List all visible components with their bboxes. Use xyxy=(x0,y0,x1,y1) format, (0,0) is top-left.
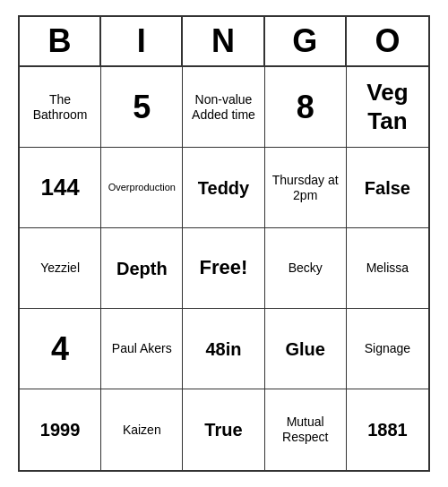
bingo-cell-14: Melissa xyxy=(347,228,428,309)
header-letter-n: N xyxy=(183,17,264,65)
bingo-card: BINGO The Bathroom5Non-value Added time8… xyxy=(18,15,430,472)
bingo-cell-18: Glue xyxy=(265,309,347,389)
bingo-cell-20: 1999 xyxy=(20,389,101,470)
bingo-cell-7: Teddy xyxy=(183,148,264,228)
bingo-grid: The Bathroom5Non-value Added time8Veg Ta… xyxy=(20,67,428,470)
cell-text-22: True xyxy=(204,419,242,440)
cell-text-21: Kaizen xyxy=(123,423,161,438)
bingo-cell-13: Becky xyxy=(265,228,347,309)
bingo-cell-5: 144 xyxy=(20,148,101,228)
cell-text-1: 5 xyxy=(133,88,151,126)
cell-text-24: 1881 xyxy=(367,419,408,440)
cell-text-18: Glue xyxy=(285,338,324,360)
cell-text-19: Signage xyxy=(365,341,410,356)
cell-text-3: 8 xyxy=(297,88,314,126)
bingo-cell-1: 5 xyxy=(101,67,183,148)
bingo-cell-22: True xyxy=(183,389,264,470)
bingo-cell-10: Yezziel xyxy=(20,228,101,309)
header-letter-g: G xyxy=(265,17,347,65)
bingo-cell-8: Thursday at 2pm xyxy=(265,148,347,228)
bingo-cell-12: Free! xyxy=(183,228,264,309)
bingo-cell-23: Mutual Respect xyxy=(265,389,347,470)
cell-text-6: Overproduction xyxy=(108,182,176,193)
bingo-cell-2: Non-value Added time xyxy=(183,67,264,148)
cell-text-9: False xyxy=(365,177,410,199)
cell-text-10: Yezziel xyxy=(40,261,80,276)
bingo-cell-19: Signage xyxy=(347,309,428,389)
bingo-cell-24: 1881 xyxy=(347,389,428,470)
bingo-header: BINGO xyxy=(20,17,428,67)
cell-text-20: 1999 xyxy=(40,419,81,440)
header-letter-i: I xyxy=(101,17,183,65)
cell-text-0: The Bathroom xyxy=(23,92,97,123)
cell-text-23: Mutual Respect xyxy=(269,414,342,445)
bingo-cell-0: The Bathroom xyxy=(20,67,101,148)
cell-text-15: 4 xyxy=(51,329,69,368)
cell-text-14: Melissa xyxy=(366,261,409,276)
cell-text-2: Non-value Added time xyxy=(186,92,260,123)
cell-text-12: Free! xyxy=(200,256,248,279)
cell-text-8: Thursday at 2pm xyxy=(269,173,342,203)
header-letter-b: B xyxy=(20,17,101,65)
cell-text-16: Paul Akers xyxy=(112,341,172,356)
bingo-cell-17: 48in xyxy=(183,309,264,389)
header-letter-o: O xyxy=(347,17,428,65)
cell-text-17: 48in xyxy=(205,338,241,360)
cell-text-11: Depth xyxy=(116,258,168,279)
bingo-cell-3: 8 xyxy=(265,67,347,148)
bingo-cell-4: Veg Tan xyxy=(347,67,428,148)
cell-text-7: Teddy xyxy=(198,177,249,199)
cell-text-5: 144 xyxy=(40,174,79,201)
cell-text-13: Becky xyxy=(289,261,323,276)
cell-text-4: Veg Tan xyxy=(350,79,425,134)
bingo-cell-6: Overproduction xyxy=(101,148,183,228)
bingo-cell-21: Kaizen xyxy=(101,389,183,470)
bingo-cell-9: False xyxy=(347,148,428,228)
bingo-cell-16: Paul Akers xyxy=(101,309,183,389)
bingo-cell-11: Depth xyxy=(101,228,183,309)
bingo-cell-15: 4 xyxy=(20,309,101,389)
